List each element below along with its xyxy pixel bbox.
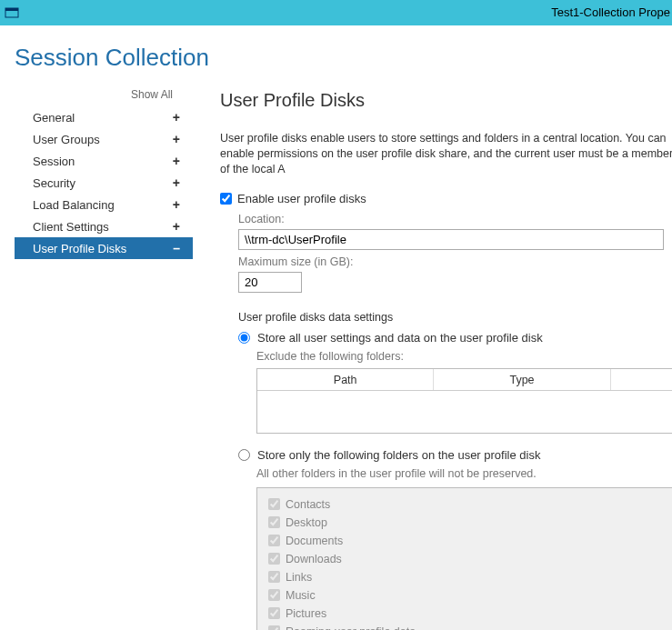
folder-label: Downloads — [286, 553, 342, 565]
sidebar-item-label: Load Balancing — [33, 198, 115, 212]
folder-item-links: Links — [268, 568, 670, 586]
radio-store-only[interactable] — [238, 449, 250, 461]
sidebar-item-general[interactable]: General + — [15, 106, 193, 128]
expand-icon: + — [173, 154, 180, 168]
svg-rect-1 — [5, 8, 18, 11]
location-input[interactable] — [238, 229, 664, 250]
window-title: Test1-Collection Prope — [551, 0, 672, 25]
sidebar: Show All General + User Groups + Session… — [15, 88, 193, 630]
sidebar-item-label: User Profile Disks — [33, 242, 126, 255]
folder-item-pictures: Pictures — [268, 605, 670, 623]
content-heading: User Profile Disks — [220, 90, 672, 111]
sidebar-item-label: General — [33, 111, 75, 125]
folder-item-desktop: Desktop — [268, 514, 670, 532]
expand-icon: + — [173, 197, 180, 212]
collapse-icon: – — [173, 241, 180, 255]
enable-checkbox-row: Enable user profile disks — [220, 192, 672, 205]
page-title: Session Collection — [15, 44, 672, 72]
folder-checkbox — [268, 607, 280, 619]
sidebar-item-load-balancing[interactable]: Load Balancing + — [15, 194, 193, 215]
sidebar-item-security[interactable]: Security + — [15, 172, 193, 194]
size-label: Maximum size (in GB): — [238, 255, 672, 268]
folder-checkbox — [268, 625, 280, 630]
expand-icon: + — [173, 110, 180, 125]
expand-icon: + — [173, 175, 180, 190]
folder-item-music: Music — [268, 586, 670, 605]
folder-item-contacts: Contacts — [268, 495, 670, 514]
folder-checkbox — [268, 571, 280, 583]
show-all-link[interactable]: Show All — [15, 88, 193, 101]
radio-store-only-label: Store only the following folders on the … — [257, 448, 540, 462]
folder-label: Roaming user profile data — [286, 625, 416, 630]
sidebar-item-label: Client Settings — [33, 220, 109, 234]
exclude-table[interactable]: Path Type — [256, 368, 672, 434]
folder-checkbox — [268, 589, 280, 601]
sidebar-item-label: User Groups — [33, 133, 100, 146]
folder-label: Desktop — [286, 516, 327, 529]
table-header: Path Type — [257, 369, 672, 391]
folder-checkbox — [268, 553, 280, 565]
content-panel: User Profile Disks User profile disks en… — [193, 88, 672, 630]
folder-item-downloads: Downloads — [268, 550, 670, 568]
sidebar-item-label: Session — [33, 155, 75, 168]
enable-checkbox[interactable] — [220, 193, 232, 205]
folder-item-roaming: Roaming user profile data — [268, 623, 670, 630]
folder-checkbox — [268, 516, 280, 528]
folder-label: Links — [286, 571, 312, 584]
folder-list: Contacts Desktop Documents Download — [256, 487, 672, 630]
titlebar: Test1-Collection Prope — [0, 0, 672, 25]
sidebar-item-label: Security — [33, 176, 75, 190]
folder-checkbox — [268, 535, 280, 546]
folder-checkbox — [268, 498, 280, 510]
folder-label: Contacts — [286, 498, 330, 511]
col-type: Type — [434, 369, 610, 390]
sidebar-item-session[interactable]: Session + — [15, 150, 193, 172]
sidebar-item-user-groups[interactable]: User Groups + — [15, 128, 193, 150]
folder-label: Music — [286, 589, 316, 602]
radio-store-all[interactable] — [238, 332, 250, 344]
radio-store-all-label: Store all user settings and data on the … — [257, 331, 543, 345]
expand-icon: + — [173, 219, 180, 234]
sidebar-item-client-settings[interactable]: Client Settings + — [15, 215, 193, 237]
col-spacer — [611, 369, 672, 390]
folder-item-documents: Documents — [268, 532, 670, 550]
content-description: User profile disks enable users to store… — [220, 131, 672, 177]
size-input[interactable] — [238, 272, 302, 293]
sidebar-item-user-profile-disks[interactable]: User Profile Disks – — [15, 237, 193, 259]
expand-icon: + — [173, 132, 180, 146]
col-path: Path — [257, 369, 434, 390]
exclude-label: Exclude the following folders: — [256, 350, 672, 363]
folder-label: Documents — [286, 535, 343, 547]
folder-label: Pictures — [286, 607, 326, 620]
data-settings-label: User profile disks data settings — [238, 311, 672, 324]
not-preserved-note: All other folders in the user profile wi… — [256, 467, 672, 480]
enable-label: Enable user profile disks — [237, 192, 366, 205]
location-label: Location: — [238, 213, 672, 225]
app-icon — [4, 5, 20, 21]
